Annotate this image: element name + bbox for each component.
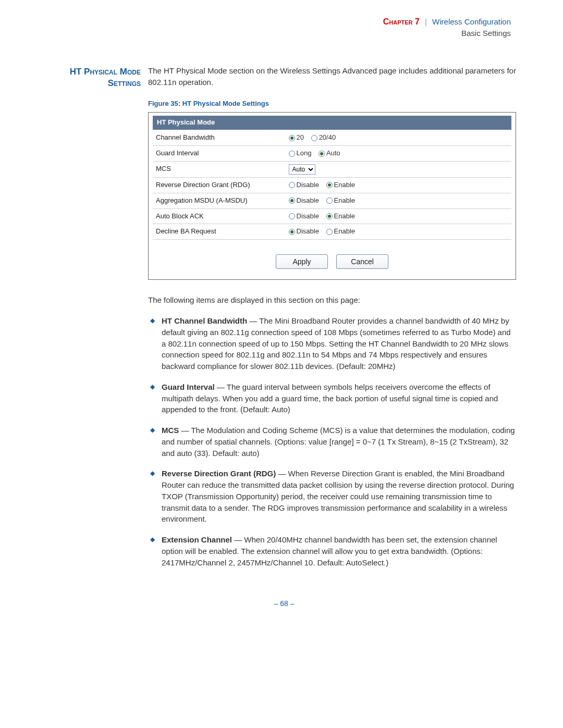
radio-amsdu-enable-label: Enable	[334, 196, 355, 204]
list-item: Reverse Direction Grant (RDG) — When Rev…	[148, 468, 516, 525]
intro-paragraph: The HT Physical Mode section on the Wire…	[148, 65, 516, 88]
row-auto-block-ack: Auto Block ACK Disable Enable	[153, 208, 511, 224]
radio-rdg-disable-label: Disable	[297, 181, 319, 189]
list-item: HT Channel Bandwidth — The Mini Broadban…	[148, 315, 516, 372]
row-amsdu: Aggregation MSDU (A-MSDU) Disable Enable	[153, 193, 511, 208]
radio-aba-enable[interactable]	[326, 213, 333, 219]
list-item: MCS — The Modulation and Coding Scheme (…	[148, 425, 516, 459]
settings-table: Channel Bandwidth 20 20/40 Guard Inte	[153, 130, 511, 240]
item-title: Extension Channel	[162, 535, 232, 544]
radio-aba-enable-label: Enable	[334, 212, 355, 220]
radio-cb-20-label: 20	[297, 133, 304, 141]
radio-cb-20[interactable]	[289, 135, 295, 141]
radio-dba-enable[interactable]	[326, 229, 333, 235]
radio-amsdu-disable[interactable]	[289, 198, 295, 204]
label-auto-block-ack: Auto Block ACK	[153, 208, 286, 224]
list-item: Guard Interval — The guard interval betw…	[148, 381, 516, 415]
chapter-label: Chapter 7	[383, 17, 420, 26]
radio-cb-2040[interactable]	[311, 135, 317, 141]
item-text: — The Modulation and Coding Scheme (MCS)…	[162, 426, 515, 458]
page-number: – 68 –	[52, 598, 516, 609]
item-title: Guard Interval	[162, 382, 215, 391]
header-subtitle: Basic Settings	[52, 28, 511, 39]
row-decline-ba: Decline BA Request Disable Enable	[153, 224, 511, 240]
header-separator: |	[425, 17, 427, 26]
item-title: HT Channel Bandwidth	[162, 316, 247, 325]
figure-caption: Figure 35: HT Physical Mode Settings	[148, 99, 516, 109]
cancel-button[interactable]: Cancel	[336, 254, 388, 269]
select-mcs[interactable]: Auto	[289, 164, 315, 175]
row-mcs: MCS Auto	[153, 161, 511, 177]
label-amsdu: Aggregation MSDU (A-MSDU)	[153, 193, 286, 208]
radio-dba-disable-label: Disable	[297, 227, 319, 235]
apply-button[interactable]: Apply	[276, 254, 328, 269]
radio-rdg-enable-label: Enable	[334, 181, 355, 189]
radio-gi-auto[interactable]	[319, 151, 325, 157]
radio-aba-disable-label: Disable	[297, 212, 319, 220]
row-guard-interval: Guard Interval Long Auto	[153, 145, 511, 161]
label-mcs: MCS	[153, 161, 286, 177]
radio-gi-long[interactable]	[289, 151, 295, 157]
label-decline-ba: Decline BA Request	[153, 224, 286, 240]
radio-dba-disable[interactable]	[289, 229, 295, 235]
radio-rdg-disable[interactable]	[289, 182, 295, 188]
items-list: HT Channel Bandwidth — The Mini Broadban…	[148, 315, 516, 568]
radio-aba-disable[interactable]	[289, 213, 295, 219]
row-rdg: Reverse Direction Grant (RDG) Disable En…	[153, 177, 511, 193]
row-channel-bandwidth: Channel Bandwidth 20 20/40	[153, 130, 511, 145]
items-lead: The following items are displayed in thi…	[148, 294, 516, 306]
radio-amsdu-disable-label: Disable	[297, 196, 319, 204]
list-item: Extension Channel — When 20/40MHz channe…	[148, 534, 516, 568]
item-title: MCS	[162, 426, 179, 435]
figure-box: HT Physical Mode Channel Bandwidth 20 20…	[148, 112, 516, 280]
label-guard-interval: Guard Interval	[153, 145, 286, 161]
item-title: Reverse Direction Grant (RDG)	[162, 469, 276, 478]
radio-dba-enable-label: Enable	[334, 227, 355, 235]
radio-rdg-enable[interactable]	[326, 182, 333, 188]
radio-gi-auto-label: Auto	[326, 149, 340, 157]
radio-amsdu-enable[interactable]	[326, 198, 333, 204]
panel-header: HT Physical Mode	[153, 116, 511, 130]
side-heading: HT Physical Mode Settings	[52, 65, 141, 578]
label-channel-bandwidth: Channel Bandwidth	[153, 130, 286, 145]
label-rdg: Reverse Direction Grant (RDG)	[153, 177, 286, 193]
radio-cb-2040-label: 20/40	[319, 133, 336, 141]
header-title: Wireless Configuration	[432, 17, 511, 26]
page-header: Chapter 7 | Wireless Configuration Basic…	[52, 16, 516, 39]
radio-gi-long-label: Long	[297, 149, 312, 157]
